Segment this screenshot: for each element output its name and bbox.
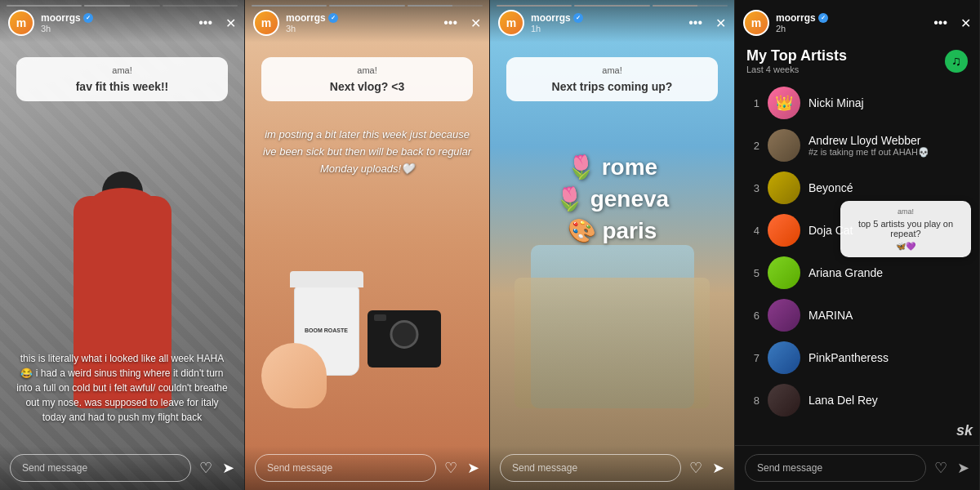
header-info: moorrgs ✓ 3h: [41, 12, 198, 33]
message-input[interactable]: [745, 454, 926, 482]
ama-question: Next vlog? <3: [273, 80, 461, 93]
username: moorrgs ✓: [531, 12, 688, 24]
hand-visual: [261, 343, 327, 408]
title-row: My Top Artists Last 4 weeks ♫: [746, 47, 968, 74]
artist-item: 6 MARINA: [735, 294, 979, 336]
message-input[interactable]: [500, 454, 681, 482]
footer-icons: ♡ ➤: [444, 459, 479, 477]
artist-rank: 7: [746, 352, 760, 364]
coffee-cup-text: BOOM ROASTE: [305, 327, 348, 334]
close-button[interactable]: ✕: [470, 16, 481, 31]
artist-info: Beyoncé: [808, 181, 968, 194]
ama-popup-label: ama!: [849, 207, 963, 216]
building-visual: [514, 278, 710, 408]
artist-avatar: [768, 384, 800, 416]
artist-name: Lana Del Rey: [808, 394, 968, 407]
ama-box-3: ama! Next trips coming up?: [506, 57, 718, 101]
avatar: m: [498, 10, 524, 36]
message-input[interactable]: [10, 454, 191, 482]
artist-avatar: [768, 214, 800, 247]
artist-rank: 6: [746, 310, 760, 322]
avatar: m: [253, 10, 279, 36]
message-input[interactable]: [255, 454, 436, 482]
artist-rank: 3: [746, 182, 760, 194]
artist-item: 5 Ariana Grande: [735, 252, 979, 294]
username: moorrgs ✓: [286, 12, 443, 24]
username: moorrgs ✓: [41, 12, 198, 24]
share-icon[interactable]: ➤: [467, 459, 479, 477]
verified-icon: ✓: [328, 13, 338, 23]
story-footer-2: ♡ ➤: [245, 446, 489, 490]
story-footer-1: ♡ ➤: [0, 446, 244, 490]
time-ago: 3h: [41, 24, 198, 33]
username: moorrgs ✓: [776, 12, 933, 24]
close-button[interactable]: ✕: [225, 16, 236, 31]
artist-info: Andrew Lloyd Webber #z is taking me tf o…: [808, 134, 968, 158]
spotify-logo: ♫: [945, 50, 968, 73]
story-panel-3: m moorrgs ✓ 1h ••• ✕ ama! Next trips com…: [490, 0, 735, 490]
more-button[interactable]: •••: [688, 16, 702, 30]
time-ago: 1h: [531, 24, 688, 33]
artist-avatar: [768, 256, 800, 289]
artist-rank: 5: [746, 267, 760, 279]
close-button[interactable]: ✕: [715, 16, 726, 31]
time-ago: 2h: [776, 24, 933, 33]
story-footer-3: ♡ ➤: [490, 446, 734, 490]
ama-question: fav fit this week!!: [28, 80, 216, 93]
artist-name: Beyoncé: [808, 181, 968, 194]
close-button[interactable]: ✕: [960, 16, 971, 31]
artist-info: Ariana Grande: [808, 266, 968, 279]
more-button[interactable]: •••: [443, 16, 457, 30]
artist-item: 8 Lana Del Rey: [735, 379, 979, 421]
story-caption-1: this is literally what i looked like all…: [0, 351, 244, 425]
share-icon[interactable]: ➤: [222, 459, 234, 477]
ama-box-2: ama! Next vlog? <3: [261, 57, 473, 101]
artist-name: MARINA: [808, 309, 968, 322]
story-panel-2: BOOM ROASTE m moorrgs ✓ 3h ••• ✕: [245, 0, 490, 490]
artist-sub: #z is taking me tf out AHAH💀: [808, 147, 968, 158]
artist-avatar: [768, 172, 800, 204]
more-button[interactable]: •••: [198, 16, 212, 30]
story-header-3: m moorrgs ✓ 1h ••• ✕: [490, 0, 734, 42]
verified-icon: ✓: [83, 13, 93, 23]
ama-label: ama!: [273, 65, 461, 75]
heart-icon[interactable]: ♡: [444, 459, 457, 477]
ama-popup: ama! top 5 artists you play on repeat? 🦋…: [840, 201, 971, 257]
artist-rank: 2: [746, 140, 760, 152]
verified-icon: ✓: [818, 13, 828, 23]
heart-icon[interactable]: ♡: [199, 459, 212, 477]
destinations: 🌷 rome🌷 geneva🎨 paris: [490, 151, 734, 247]
artist-rank: 1: [746, 97, 760, 109]
story-panel-1: m moorrgs ✓ 3h ••• ✕ ama! fav fit this w…: [0, 0, 245, 490]
footer-icons: ♡ ➤: [199, 459, 234, 477]
artist-info: PinkPantheress: [808, 351, 968, 364]
artist-item: 2 Andrew Lloyd Webber #z is taking me tf…: [735, 124, 979, 167]
header-info: moorrgs ✓ 1h: [531, 12, 688, 33]
artist-item: 7 PinkPantheress: [735, 336, 979, 379]
story-caption-2: im posting a bit later this week just be…: [245, 127, 489, 177]
heart-icon[interactable]: ♡: [934, 459, 947, 477]
artist-avatar: [768, 299, 800, 332]
footer-icons: ♡ ➤: [689, 459, 724, 477]
artist-avatar: [768, 341, 800, 374]
artist-name: PinkPantheress: [808, 351, 968, 364]
ama-popup-text: top 5 artists you play on repeat?: [849, 219, 963, 238]
more-button[interactable]: •••: [933, 16, 947, 30]
heart-icon[interactable]: ♡: [689, 459, 702, 477]
ama-question: Next trips coming up?: [518, 80, 706, 93]
footer-icons: ♡ ➤: [934, 459, 969, 477]
story-header-2: m moorrgs ✓ 3h ••• ✕: [245, 0, 489, 42]
artist-name: Nicki Minaj: [808, 96, 968, 109]
artist-item: 4 Doja Cat ama! top 5 artists you play o…: [735, 209, 979, 252]
header-info: moorrgs ✓ 2h: [776, 12, 933, 33]
artist-rank: 4: [746, 225, 760, 237]
artist-name: Andrew Lloyd Webber: [808, 134, 968, 147]
story-header-4: m moorrgs ✓ 2h ••• ✕: [735, 0, 979, 42]
artist-name: Ariana Grande: [808, 266, 968, 279]
share-icon[interactable]: ➤: [957, 459, 969, 477]
artist-info: MARINA: [808, 309, 968, 322]
artist-item: 1 👑 Nicki Minaj: [735, 82, 979, 124]
time-ago: 3h: [286, 24, 443, 33]
ama-popup-emoji: 🦋💜: [849, 242, 963, 251]
share-icon[interactable]: ➤: [712, 459, 724, 477]
